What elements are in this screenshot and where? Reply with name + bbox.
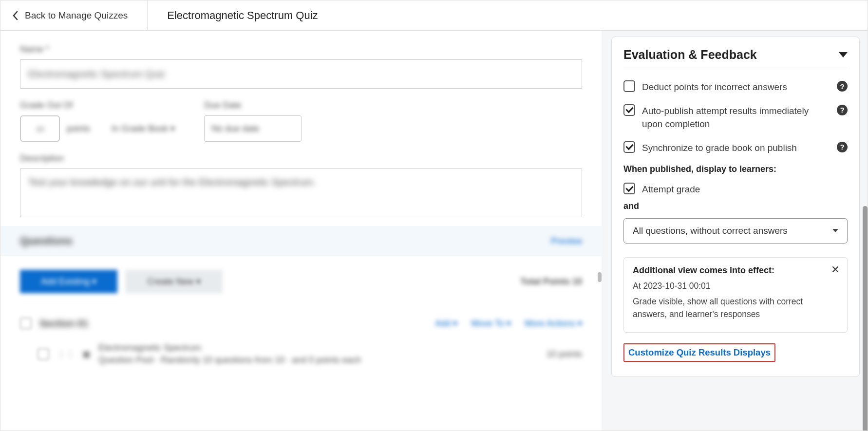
pool-subtitle: Question Pool · Randomly 10 questions fr… (98, 355, 361, 365)
info-card-detail: Grade visible, show all questions with c… (633, 295, 838, 321)
display-questions-select[interactable]: All questions, without correct answers (623, 218, 848, 244)
collapse-caret-icon[interactable] (839, 52, 848, 57)
auto-publish-row: Auto-publish attempt results immediately… (623, 104, 848, 131)
pool-text-col: Electromagnetic Spectrum Question Pool ·… (98, 343, 361, 365)
attempt-grade-checkbox[interactable] (623, 183, 635, 194)
display-to-learners-heading: When published, display to learners: (623, 164, 848, 174)
section-more-link[interactable]: More Actions ▾ (525, 318, 582, 329)
questions-heading: Questions (20, 235, 73, 247)
help-icon[interactable]: ? (837, 81, 848, 92)
question-pool-row: ⋮⋮ ▣ Electromagnetic Spectrum Question P… (20, 343, 582, 365)
pool-points: 10 points (547, 349, 582, 359)
attempt-grade-row: Attempt grade (623, 182, 848, 196)
description-input[interactable]: Test your knowledge on our unit for the … (20, 169, 582, 217)
panel-title-row: Evaluation & Feedback (623, 48, 848, 62)
chevron-left-icon (12, 11, 18, 20)
sync-gradebook-checkbox[interactable] (623, 141, 635, 153)
help-icon[interactable]: ? (837, 105, 848, 115)
top-header: Back to Manage Quizzes Electromagnetic S… (0, 0, 868, 31)
chevron-down-icon (832, 229, 838, 232)
close-icon[interactable] (830, 264, 840, 274)
section-row-label: Section 01 (39, 318, 88, 329)
grade-suffix: points (67, 124, 90, 134)
auto-publish-label: Auto-publish attempt results immediately… (642, 104, 830, 131)
due-date-input[interactable]: No due date (204, 115, 302, 142)
and-label: and (623, 201, 848, 211)
attempt-grade-label: Attempt grade (642, 182, 848, 196)
grade-book-link[interactable]: In Grade Book ▾ (112, 123, 175, 134)
name-input[interactable]: Electromagnetic Spectrum Quiz (20, 59, 582, 89)
section-add-link[interactable]: Add ▾ (435, 318, 457, 329)
questions-section-bar: Questions Preview (0, 226, 602, 256)
pool-checkbox[interactable] (38, 348, 49, 360)
create-new-button[interactable]: Create New ▾ (125, 270, 223, 293)
sync-gradebook-label: Synchronize to grade book on publish (642, 141, 830, 155)
grade-due-row: Grade Out Of 10 points In Grade Book ▾ D… (20, 100, 582, 142)
preview-link[interactable]: Preview (551, 236, 582, 246)
help-icon[interactable]: ? (837, 142, 848, 152)
description-label: Description (20, 153, 582, 164)
app-frame: Back to Manage Quizzes Electromagnetic S… (0, 0, 868, 431)
pool-icon: ▣ (82, 349, 91, 359)
info-card-title: Additional view comes into effect: (633, 265, 838, 276)
section-move-link[interactable]: Move To ▾ (471, 318, 511, 329)
settings-sidebar: Evaluation & Feedback Deduct points for … (602, 31, 868, 431)
panel-title: Evaluation & Feedback (623, 48, 757, 62)
evaluation-feedback-panel: Evaluation & Feedback Deduct points for … (611, 37, 860, 377)
section-row: Section 01 Add ▾ Move To ▾ More Actions … (20, 318, 582, 329)
name-label: Name * (20, 44, 582, 55)
add-existing-button[interactable]: Add Existing ▾ (20, 270, 117, 293)
page-title: Electromagnetic Spectrum Quiz (148, 9, 318, 22)
back-label: Back to Manage Quizzes (25, 10, 128, 21)
grade-group: Grade Out Of 10 points In Grade Book ▾ (20, 100, 175, 142)
section-row-actions: Add ▾ Move To ▾ More Actions ▾ (435, 318, 582, 329)
panel-divider (623, 68, 848, 68)
customize-link-highlight: Customize Quiz Results Displays (623, 343, 775, 362)
grade-input[interactable]: 10 (20, 115, 60, 142)
main-row: Name * Electromagnetic Spectrum Quiz Gra… (0, 31, 868, 431)
drag-handle-icon[interactable]: ⋮⋮ (57, 349, 75, 359)
back-to-manage-quizzes-link[interactable]: Back to Manage Quizzes (12, 0, 148, 30)
deduct-points-row: Deduct points for incorrect answers ? (623, 80, 848, 94)
sync-gradebook-row: Synchronize to grade book on publish ? (623, 141, 848, 155)
due-group: Due Date No due date (204, 100, 302, 142)
section-checkbox[interactable] (20, 318, 32, 329)
quiz-editor-pane: Name * Electromagnetic Spectrum Quiz Gra… (0, 31, 602, 431)
grade-label: Grade Out Of (20, 100, 175, 111)
deduct-points-checkbox[interactable] (623, 80, 635, 92)
auto-publish-checkbox[interactable] (623, 104, 635, 116)
due-label: Due Date (204, 100, 302, 111)
total-points-label: Total Points 10 (520, 277, 582, 287)
info-card-date: At 2023-10-31 00:01 (633, 280, 838, 292)
pool-title[interactable]: Electromagnetic Spectrum (98, 343, 361, 353)
deduct-points-label: Deduct points for incorrect answers (642, 80, 830, 94)
left-scrollbar-thumb[interactable] (598, 272, 602, 282)
customize-quiz-results-link[interactable]: Customize Quiz Results Displays (628, 347, 771, 357)
question-buttons-row: Add Existing ▾ Create New ▾ Total Points… (20, 270, 582, 293)
additional-view-card: Additional view comes into effect: At 20… (623, 257, 848, 333)
select-value: All questions, without correct answers (633, 225, 788, 236)
right-scrollbar-thumb[interactable] (863, 206, 868, 431)
